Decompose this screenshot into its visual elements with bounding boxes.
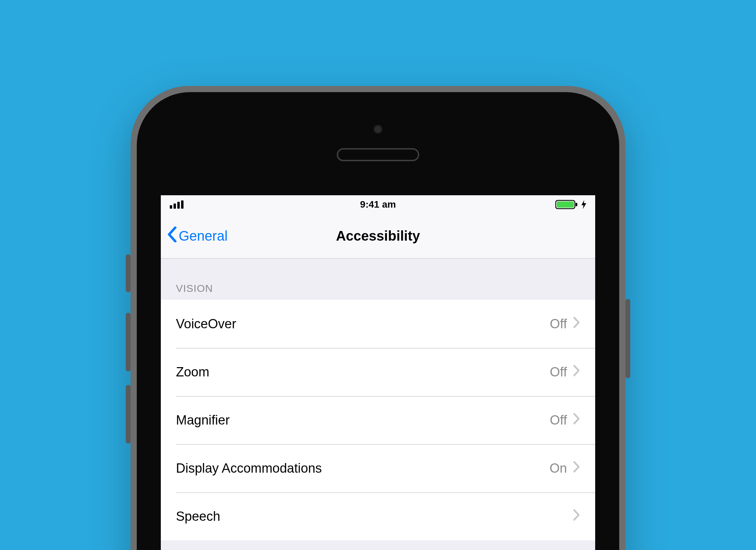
row-label: Magnifier (176, 413, 550, 428)
row-label: Zoom (176, 365, 550, 380)
row-voiceover[interactable]: VoiceOver Off (161, 300, 595, 348)
page-title: Accessibility (336, 228, 420, 244)
svg-rect-0 (170, 205, 172, 209)
svg-rect-1 (174, 204, 176, 209)
chevron-right-icon (573, 317, 580, 331)
svg-rect-2 (177, 202, 180, 209)
screen: 9:41 am (161, 195, 595, 550)
status-time: 9:41 am (360, 199, 396, 210)
row-zoom[interactable]: Zoom Off (161, 348, 595, 396)
row-display-accommodations[interactable]: Display Accommodations On (161, 444, 595, 492)
chevron-right-icon (573, 413, 580, 428)
power-button (625, 299, 630, 378)
svg-rect-5 (557, 201, 574, 208)
row-label: Display Accommodations (176, 461, 549, 476)
svg-rect-3 (181, 200, 184, 209)
row-label: Speech (176, 509, 567, 524)
mute-switch (126, 254, 131, 292)
phone-frame: 9:41 am (131, 86, 625, 550)
row-magnifier[interactable]: Magnifier Off (161, 396, 595, 444)
row-value: Off (550, 413, 567, 428)
row-value: On (549, 461, 567, 476)
section-header-vision: VISION (161, 258, 595, 300)
chevron-right-icon (573, 365, 580, 380)
row-speech[interactable]: Speech (161, 492, 595, 540)
row-value: Off (550, 365, 567, 380)
chevron-right-icon (573, 509, 580, 524)
chevron-right-icon (573, 461, 580, 476)
svg-rect-6 (576, 203, 577, 206)
status-bar: 9:41 am (161, 195, 595, 214)
chevron-left-icon (167, 227, 177, 245)
front-camera-icon (374, 125, 382, 134)
back-button[interactable]: General (167, 227, 227, 245)
volume-up-button (126, 313, 131, 371)
navigation-bar: General Accessibility (161, 214, 595, 258)
phone-bezel: 9:41 am (137, 92, 619, 550)
row-label: VoiceOver (176, 317, 550, 331)
charging-bolt-icon (581, 200, 586, 209)
back-label: General (179, 228, 227, 244)
row-value: Off (550, 317, 567, 331)
earpiece-speaker-icon (337, 148, 419, 161)
cellular-signal-icon (170, 200, 184, 209)
battery-icon (555, 199, 579, 210)
volume-down-button (126, 385, 131, 443)
